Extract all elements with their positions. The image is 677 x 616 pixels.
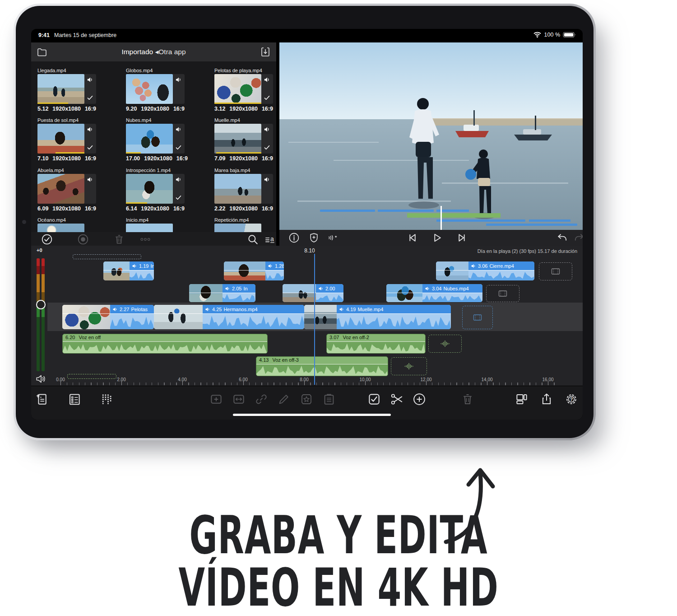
media-clip[interactable]: Muelle.mp47.091920x108016:9 [214,117,273,163]
overview-playhead[interactable] [441,206,442,230]
media-clip-name: Marea baja.mp4 [214,168,250,173]
trash-button[interactable] [113,233,125,245]
clip-waveform [327,341,425,353]
timeline-clip[interactable]: 4.25Hermanos.mp4 [154,305,304,329]
storyboard-button[interactable] [68,392,81,406]
tracks-button[interactable] [100,392,114,406]
media-clip-thumbnail[interactable] [126,174,173,204]
share-button[interactable] [540,392,553,406]
clip-waveform [130,270,154,280]
trash-button[interactable] [461,392,474,406]
media-clip-thumbnail[interactable] [37,74,84,104]
media-clip[interactable]: Pelotas de playa.mp43.121920x108016:9 [214,68,273,113]
timeline-clip[interactable]: 1.28 [224,261,284,280]
media-clip[interactable]: Puesta de sol.mp47.101920x108016:9 [37,117,96,163]
doc-plus-button[interactable] [35,392,49,406]
link-button[interactable] [255,392,268,406]
timeline-clip[interactable]: 2.00 [283,284,343,302]
speaker-icon [264,126,270,133]
marketing-caption: GRABA Y EDITA VÍDEO EN 4K HD [0,511,677,604]
checkbox-button[interactable] [367,392,381,406]
status-time: 9:41Martes 15 de septiembre [38,32,116,38]
clip-drop-placeholder[interactable] [428,335,462,353]
media-clip-name: Abuela.mp4 [37,168,64,173]
timeline-clip[interactable]: 3.06Cierre.mp4 [436,261,534,280]
next-button[interactable] [456,232,468,243]
transport-bar [279,230,583,246]
media-clip[interactable]: Llegada.mp45.121920x108016:9 [37,68,96,113]
voiceover-clip[interactable]: 6.20Voz en off [62,334,268,354]
plus-circle-button[interactable] [413,392,426,406]
info-button[interactable] [288,232,300,243]
media-clip-thumbnail[interactable] [214,124,261,154]
media-clip[interactable]: Globos.mp49.201920x108016:9 [126,68,185,113]
speaker-icon [264,176,270,183]
timeline-clip[interactable]: 4.19Muelle.mp4 [304,305,451,329]
clip-body: 4.19Muelle.mp4 [337,305,451,329]
shield-plus-button[interactable] [308,232,320,243]
prev-button[interactable] [407,232,418,243]
timeline-clip[interactable]: 1.19Inicio [103,261,154,280]
clip-body: 2.00 [316,284,343,302]
library-title[interactable]: Importado ◂Otra app [31,48,276,56]
media-clip-thumbnail[interactable] [126,124,173,154]
clipboard-button[interactable] [322,392,336,406]
scissors-button[interactable] [390,392,403,406]
clip-waveform [337,313,451,329]
playhead[interactable] [314,254,315,385]
speaker-icon [225,286,230,291]
media-clip[interactable]: Introspección 1.mp46.141920x108016:9 [126,168,185,213]
clip-drop-placeholder[interactable] [391,357,427,375]
media-clip[interactable]: Marea baja.mp42.221920x108016:9 [214,168,273,213]
frame-plus-button[interactable] [209,392,223,406]
clip-drop-placeholder[interactable] [539,262,572,280]
redo-button[interactable] [574,232,583,243]
pencil-button[interactable] [277,392,291,406]
library-toolbar: a [31,232,276,246]
record-button[interactable] [77,233,89,245]
check-icon [87,94,93,101]
clip-drop-placeholder[interactable] [486,285,519,302]
media-clip-name: Llegada.mp4 [37,68,66,73]
check-circle-button[interactable] [41,233,53,245]
clip-label: 1.19Inicio [130,261,154,270]
media-clip[interactable]: Nubes.mp417.001920x108016:9 [126,117,185,163]
search-button[interactable] [247,233,259,245]
wave-plus-button[interactable] [327,232,338,243]
timeline-clip[interactable]: 2.27Pelotas [62,305,154,329]
play-button[interactable] [431,232,443,243]
star-frame-button[interactable] [300,392,313,406]
preview-video[interactable] [279,42,583,230]
dots-button[interactable] [139,233,151,245]
frame-wave-button[interactable] [232,392,246,406]
media-clip-thumbnail[interactable] [37,174,84,204]
sort-button[interactable]: a [264,233,276,245]
voiceover-clip[interactable]: 3.07Voz en off-2 [326,334,426,354]
home-indicator[interactable] [233,414,391,416]
timeline-panel: +0 8.10 Día en la playa (2) (30 fps) 15.… [31,246,583,386]
media-clip[interactable]: Abuela.mp46.091920x108016:9 [37,168,96,213]
gear-q-button[interactable]: ? [565,392,578,406]
media-clip-thumbnail[interactable] [214,174,261,204]
undo-button[interactable] [556,232,568,243]
usage-indicator [126,202,147,204]
clip-label: 3.04Nubes.mp4 [422,284,482,293]
media-clip-thumbnail[interactable] [214,74,261,104]
clip-thumbnail [224,261,265,280]
ipad-device-frame: 9:41Martes 15 de septiembre 100 % Import… [14,4,596,440]
media-clip-thumbnail[interactable] [126,74,173,104]
import-icon[interactable] [260,47,271,57]
voiceover-clip[interactable]: 4.13Voz en off-3 [256,356,388,376]
clip-waveform [63,341,267,353]
ruler-major-ticks [60,381,549,385]
timeline-clip[interactable]: 2.05In [189,284,255,302]
timeline-clip[interactable]: 3.04Nubes.mp4 [386,284,482,302]
clip-drop-placeholder[interactable] [462,306,493,329]
check-icon [264,144,270,151]
gain-knob[interactable] [36,300,46,309]
layout-button[interactable] [515,392,529,406]
media-clip-badges [261,124,273,154]
speaker-icon [132,263,137,269]
media-clip-thumbnail[interactable] [37,124,84,154]
clip-label: 2.05In [223,284,255,293]
